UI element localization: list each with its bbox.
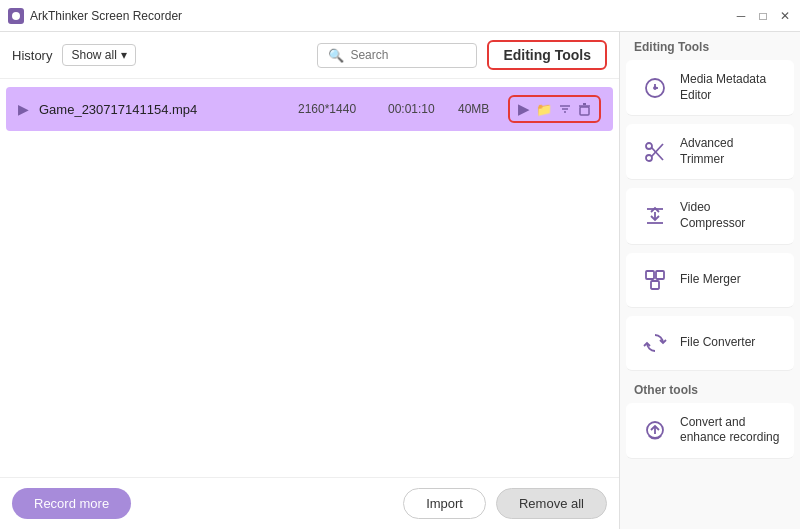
svg-rect-4 <box>580 107 589 115</box>
app-title: ArkThinker Screen Recorder <box>30 9 182 23</box>
maximize-button[interactable]: □ <box>756 9 770 23</box>
file-resolution: 2160*1440 <box>298 102 378 116</box>
convert-enhance-icon <box>640 415 670 445</box>
file-merger-icon <box>640 265 670 295</box>
video-compressor-icon <box>640 201 670 231</box>
svg-rect-18 <box>646 271 654 279</box>
editing-tools-button[interactable]: Editing Tools <box>487 40 607 70</box>
file-duration: 00:01:10 <box>388 102 448 116</box>
record-more-button[interactable]: Record more <box>12 488 131 519</box>
history-label: History <box>12 48 52 63</box>
bottom-bar: Record more Import Remove all <box>0 477 619 529</box>
svg-rect-19 <box>656 271 664 279</box>
video-compressor-tool[interactable]: VideoCompressor <box>626 188 794 244</box>
left-panel: History Show all ▾ 🔍 Editing Tools ▶ Gam… <box>0 32 620 529</box>
play-button[interactable]: ▶ <box>518 100 530 118</box>
delete-button[interactable] <box>578 103 591 116</box>
filter-button[interactable] <box>558 102 572 116</box>
table-row: ▶ Game_230717141154.mp4 2160*1440 00:01:… <box>6 87 613 131</box>
minimize-button[interactable]: ─ <box>734 9 748 23</box>
file-merger-tool[interactable]: File Merger <box>626 253 794 308</box>
show-all-label: Show all <box>71 48 116 62</box>
advanced-trimmer-label: AdvancedTrimmer <box>680 136 733 167</box>
file-name: Game_230717141154.mp4 <box>39 102 288 117</box>
media-metadata-label: Media MetadataEditor <box>680 72 766 103</box>
file-merger-label: File Merger <box>680 272 741 288</box>
file-list: ▶ Game_230717141154.mp4 2160*1440 00:01:… <box>0 79 619 477</box>
advanced-trimmer-icon <box>640 137 670 167</box>
search-box[interactable]: 🔍 <box>317 43 477 68</box>
video-file-icon: ▶ <box>18 101 29 117</box>
close-button[interactable]: ✕ <box>778 9 792 23</box>
right-panel: Editing Tools Media MetadataEditor <box>620 32 800 529</box>
toolbar: History Show all ▾ 🔍 Editing Tools <box>0 32 619 79</box>
main-layout: History Show all ▾ 🔍 Editing Tools ▶ Gam… <box>0 32 800 529</box>
show-all-dropdown[interactable]: Show all ▾ <box>62 44 135 66</box>
remove-all-button[interactable]: Remove all <box>496 488 607 519</box>
media-metadata-editor-tool[interactable]: Media MetadataEditor <box>626 60 794 116</box>
chevron-down-icon: ▾ <box>121 48 127 62</box>
title-bar: ArkThinker Screen Recorder ─ □ ✕ <box>0 0 800 32</box>
folder-button[interactable]: 📁 <box>536 102 552 117</box>
file-converter-tool[interactable]: File Converter <box>626 316 794 371</box>
file-converter-icon <box>640 328 670 358</box>
app-icon <box>8 8 24 24</box>
file-size: 40MB <box>458 102 498 116</box>
editing-tools-section-label: Editing Tools <box>620 32 800 56</box>
video-compressor-label: VideoCompressor <box>680 200 745 231</box>
other-tools-section-label: Other tools <box>620 375 800 399</box>
title-bar-controls: ─ □ ✕ <box>734 9 792 23</box>
title-bar-left: ArkThinker Screen Recorder <box>8 8 182 24</box>
search-icon: 🔍 <box>328 48 344 63</box>
svg-rect-20 <box>651 281 659 289</box>
advanced-trimmer-tool[interactable]: AdvancedTrimmer <box>626 124 794 180</box>
convert-enhance-tool[interactable]: Convert andenhance recording <box>626 403 794 459</box>
media-metadata-icon <box>640 73 670 103</box>
file-actions: ▶ 📁 <box>508 95 601 123</box>
svg-point-0 <box>12 12 20 20</box>
search-input[interactable] <box>350 48 466 62</box>
file-converter-label: File Converter <box>680 335 755 351</box>
convert-enhance-label: Convert andenhance recording <box>680 415 779 446</box>
import-button[interactable]: Import <box>403 488 486 519</box>
